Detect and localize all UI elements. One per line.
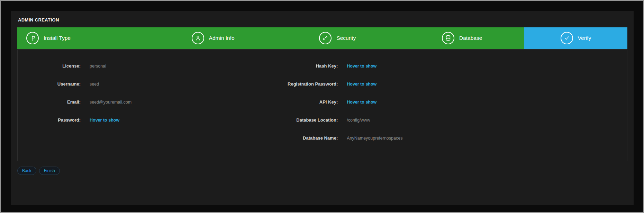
user-icon bbox=[192, 32, 204, 44]
step-label: Database bbox=[459, 35, 482, 41]
username-label: Username: bbox=[18, 80, 81, 88]
summary-left-column: License: personal Username: seed Email: … bbox=[18, 62, 280, 134]
step-label: Admin Info bbox=[209, 35, 235, 41]
hash-key-label: Hash Key: bbox=[280, 62, 338, 70]
finish-button[interactable]: Finish bbox=[39, 167, 60, 175]
email-value: seed@youremail.com bbox=[90, 98, 131, 106]
database-name-label: Database Name: bbox=[280, 134, 338, 142]
field-row: API Key: Hover to show bbox=[280, 98, 627, 106]
registration-password-reveal[interactable]: Hover to show bbox=[347, 80, 377, 88]
field-row: Password: Hover to show bbox=[18, 116, 280, 124]
step-database[interactable]: Database bbox=[400, 27, 524, 49]
database-location-value: /config/www bbox=[347, 116, 370, 124]
back-button[interactable]: Back bbox=[17, 167, 36, 175]
step-admin-info[interactable]: Admin Info bbox=[151, 27, 275, 49]
field-row: Registration Password: Hover to show bbox=[280, 80, 627, 88]
check-icon bbox=[561, 32, 573, 44]
verify-summary: License: personal Username: seed Email: … bbox=[17, 50, 627, 161]
field-row: Database Location: /config/www bbox=[280, 116, 627, 124]
step-security[interactable]: Security bbox=[275, 27, 400, 49]
hash-key-reveal[interactable]: Hover to show bbox=[347, 62, 377, 70]
step-label: Security bbox=[336, 35, 356, 41]
field-row: Email: seed@youremail.com bbox=[18, 98, 280, 106]
database-icon bbox=[442, 32, 454, 44]
field-row: License: personal bbox=[18, 62, 280, 70]
email-label: Email: bbox=[18, 98, 81, 106]
registration-password-label: Registration Password: bbox=[280, 80, 338, 88]
database-location-label: Database Location: bbox=[280, 116, 338, 124]
wizard-actions: Back Finish bbox=[17, 167, 627, 175]
setup-stepper: Install Type Admin Info bbox=[17, 27, 627, 49]
key-icon bbox=[319, 32, 332, 44]
step-install-type[interactable]: Install Type bbox=[17, 27, 151, 49]
license-label: License: bbox=[18, 62, 81, 70]
step-label: Install Type bbox=[44, 35, 71, 41]
field-row: Username: seed bbox=[18, 80, 280, 88]
database-name-value: AnyNameyouprefernospaces bbox=[347, 134, 402, 142]
step-verify[interactable]: Verify bbox=[524, 27, 627, 49]
app-window: ADMIN CREATION Install Type bbox=[0, 0, 644, 213]
password-reveal[interactable]: Hover to show bbox=[90, 116, 119, 124]
license-value: personal bbox=[90, 62, 106, 70]
api-key-label: API Key: bbox=[280, 98, 338, 106]
field-row: Database Name: AnyNameyouprefernospaces bbox=[280, 134, 627, 142]
admin-creation-panel: ADMIN CREATION Install Type bbox=[11, 11, 634, 205]
step-label: Verify bbox=[578, 35, 591, 41]
api-key-reveal[interactable]: Hover to show bbox=[347, 98, 377, 106]
username-value: seed bbox=[90, 80, 99, 88]
signpost-icon bbox=[26, 32, 39, 44]
field-row: Hash Key: Hover to show bbox=[280, 62, 627, 70]
password-label: Password: bbox=[18, 116, 81, 124]
page-title: ADMIN CREATION bbox=[18, 17, 627, 23]
summary-right-column: Hash Key: Hover to show Registration Pas… bbox=[280, 62, 627, 152]
